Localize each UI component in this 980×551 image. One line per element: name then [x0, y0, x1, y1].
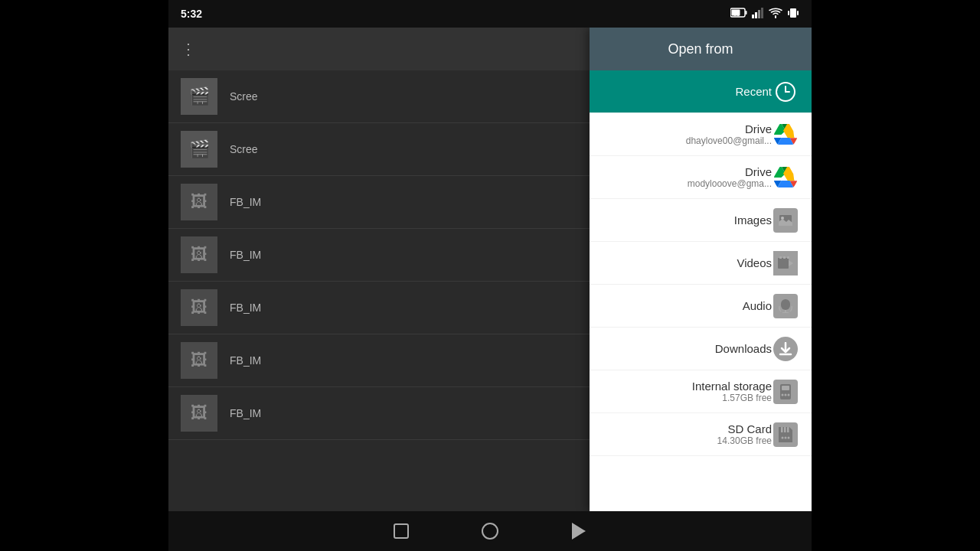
svg-rect-6 — [758, 10, 760, 18]
panel-item-images[interactable]: Images — [590, 199, 812, 242]
list-item: 🖼 FB_IM — [168, 282, 590, 334]
downloads-icon — [772, 335, 799, 363]
list-item: 🎬 Scree — [168, 70, 590, 123]
audio-label: Audio — [602, 299, 772, 312]
svg-rect-34 — [787, 427, 789, 432]
sdcard-sublabel: 14.30GB free — [602, 435, 772, 446]
svg-rect-7 — [761, 8, 763, 18]
panel-item-videos[interactable]: Videos — [590, 242, 812, 285]
sdcard-label: SD Card — [602, 422, 772, 435]
file-icon-image: 🖼 — [181, 342, 217, 379]
svg-rect-8 — [790, 8, 796, 18]
svg-text:61: 61 — [733, 11, 740, 17]
sdcard-icon — [772, 421, 799, 448]
svg-point-30 — [785, 393, 787, 396]
back-button[interactable] — [387, 517, 415, 545]
panel-item-drive1[interactable]: Drive dhaylove00@gmail... — [590, 113, 812, 156]
recent-label: Recent — [602, 85, 772, 98]
svg-point-31 — [788, 393, 790, 396]
file-name: FB_IM — [230, 302, 261, 314]
list-item: 🖼 FB_IM — [168, 387, 590, 440]
svg-rect-19 — [779, 256, 782, 259]
svg-rect-22 — [781, 299, 790, 310]
vibrate-icon — [787, 7, 799, 21]
file-icon-image: 🖼 — [181, 289, 217, 326]
bg-file-list: ⋮ 🎬 Scree 🎬 Scree 🖼 FB_IM — [168, 28, 590, 511]
svg-rect-5 — [755, 12, 757, 18]
internal-storage-icon — [772, 378, 799, 406]
svg-marker-18 — [789, 260, 793, 266]
gdrive-icon-2 — [772, 164, 799, 191]
gdrive-icon — [772, 121, 799, 148]
panel-item-recent[interactable]: Recent — [590, 70, 812, 113]
images-label: Images — [602, 214, 772, 227]
file-name: FB_IM — [230, 354, 261, 367]
panel-item-audio[interactable]: Audio — [590, 285, 812, 328]
svg-rect-21 — [787, 256, 789, 259]
svg-rect-28 — [782, 386, 789, 390]
navigation-bar — [168, 511, 812, 551]
file-name: Scree — [230, 90, 258, 103]
panel-header: Open from — [590, 28, 812, 70]
svg-rect-9 — [788, 11, 789, 15]
file-name: FB_IM — [230, 196, 261, 208]
image-icon: 🖼 — [191, 245, 207, 265]
image-icon: 🖼 — [191, 298, 207, 318]
svg-rect-20 — [783, 256, 786, 259]
panel-item-drive2[interactable]: Drive modylooove@gma... — [590, 156, 812, 199]
file-icon-video: 🎬 — [181, 78, 217, 115]
wifi-icon — [769, 8, 782, 21]
svg-rect-32 — [781, 427, 783, 432]
svg-rect-17 — [778, 258, 789, 269]
open-from-panel: Open from Recent — [590, 28, 812, 511]
file-name: FB_IM — [230, 249, 261, 261]
image-icon: 🖼 — [191, 403, 207, 423]
file-name: FB_IM — [230, 407, 261, 419]
menu-icon[interactable]: ⋮ — [181, 40, 196, 58]
battery-icon: 61 — [730, 8, 747, 20]
film-icon: 🎬 — [189, 139, 210, 159]
file-icon-video: 🎬 — [181, 131, 217, 168]
svg-rect-33 — [784, 427, 786, 432]
list-item: 🖼 FB_IM — [168, 334, 590, 387]
home-button[interactable] — [476, 517, 504, 545]
status-bar: 5:32 61 — [168, 0, 812, 28]
panel-item-sdcard[interactable]: SD Card 14.30GB free — [590, 413, 812, 456]
internal-label: Internal storage — [602, 380, 772, 393]
signal-icon — [752, 8, 764, 21]
downloads-label: Downloads — [602, 342, 772, 355]
home-circle-icon — [482, 523, 498, 540]
images-icon — [772, 207, 799, 234]
file-icon-image: 🖼 — [181, 236, 217, 273]
svg-rect-4 — [752, 15, 754, 18]
recents-triangle-icon — [572, 523, 586, 540]
bg-top-bar: ⋮ — [168, 28, 590, 70]
status-icons: 61 — [730, 7, 799, 21]
image-icon: 🖼 — [191, 350, 207, 370]
panel-item-downloads[interactable]: Downloads — [590, 328, 812, 370]
svg-point-29 — [782, 393, 784, 396]
svg-rect-10 — [797, 11, 799, 15]
list-item: 🖼 FB_IM — [168, 176, 590, 229]
internal-sublabel: 1.57GB free — [602, 393, 772, 403]
videos-label: Videos — [602, 256, 772, 269]
drive1-label: Drive — [602, 122, 772, 135]
file-icon-image: 🖼 — [181, 395, 217, 432]
recents-button[interactable] — [565, 517, 593, 545]
time-display: 5:32 — [181, 8, 202, 20]
drive2-sublabel: modylooove@gma... — [602, 178, 772, 189]
image-icon: 🖼 — [191, 192, 207, 212]
main-area: ⋮ 🎬 Scree 🎬 Scree 🖼 FB_IM — [168, 28, 812, 511]
phone-container: 5:32 61 — [168, 0, 812, 551]
videos-icon — [772, 249, 799, 277]
file-icon-image: 🖼 — [181, 184, 217, 220]
panel-title: Open from — [668, 41, 733, 57]
file-name: Scree — [230, 143, 258, 155]
back-square-icon — [394, 523, 409, 539]
clock-icon — [772, 78, 799, 106]
film-icon: 🎬 — [189, 86, 210, 106]
drive1-sublabel: dhaylove00@gmail... — [602, 135, 772, 146]
drive2-label: Drive — [602, 165, 772, 178]
panel-item-internal[interactable]: Internal storage 1.57GB free — [590, 370, 812, 413]
panel-items-list: Recent Drive dhaylove00@gmail... — [590, 70, 812, 511]
